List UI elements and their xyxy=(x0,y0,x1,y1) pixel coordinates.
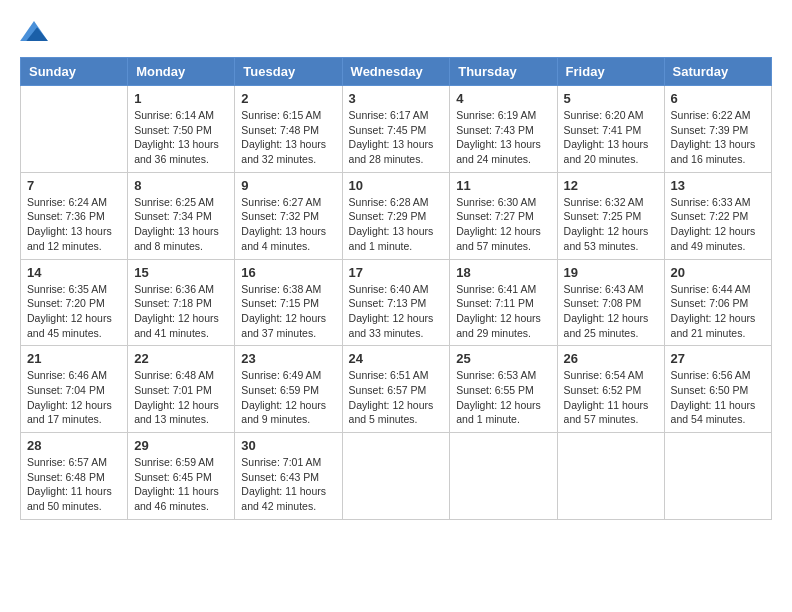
calendar-cell xyxy=(21,86,128,173)
logo-icon xyxy=(20,21,48,41)
calendar-cell: 12Sunrise: 6:32 AMSunset: 7:25 PMDayligh… xyxy=(557,172,664,259)
calendar-cell: 28Sunrise: 6:57 AMSunset: 6:48 PMDayligh… xyxy=(21,433,128,520)
day-info: Sunrise: 6:19 AMSunset: 7:43 PMDaylight:… xyxy=(456,108,550,167)
day-number: 3 xyxy=(349,91,444,106)
day-info: Sunrise: 6:22 AMSunset: 7:39 PMDaylight:… xyxy=(671,108,765,167)
calendar-cell: 10Sunrise: 6:28 AMSunset: 7:29 PMDayligh… xyxy=(342,172,450,259)
day-info: Sunrise: 6:32 AMSunset: 7:25 PMDaylight:… xyxy=(564,195,658,254)
day-info: Sunrise: 6:51 AMSunset: 6:57 PMDaylight:… xyxy=(349,368,444,427)
calendar-cell: 6Sunrise: 6:22 AMSunset: 7:39 PMDaylight… xyxy=(664,86,771,173)
day-info: Sunrise: 6:28 AMSunset: 7:29 PMDaylight:… xyxy=(349,195,444,254)
day-number: 16 xyxy=(241,265,335,280)
day-number: 13 xyxy=(671,178,765,193)
calendar-week-row: 1Sunrise: 6:14 AMSunset: 7:50 PMDaylight… xyxy=(21,86,772,173)
calendar-cell: 9Sunrise: 6:27 AMSunset: 7:32 PMDaylight… xyxy=(235,172,342,259)
calendar-cell: 19Sunrise: 6:43 AMSunset: 7:08 PMDayligh… xyxy=(557,259,664,346)
day-info: Sunrise: 6:30 AMSunset: 7:27 PMDaylight:… xyxy=(456,195,550,254)
day-number: 4 xyxy=(456,91,550,106)
weekday-header-row: SundayMondayTuesdayWednesdayThursdayFrid… xyxy=(21,58,772,86)
calendar-cell: 25Sunrise: 6:53 AMSunset: 6:55 PMDayligh… xyxy=(450,346,557,433)
calendar-cell xyxy=(342,433,450,520)
day-number: 8 xyxy=(134,178,228,193)
day-number: 14 xyxy=(27,265,121,280)
day-info: Sunrise: 6:48 AMSunset: 7:01 PMDaylight:… xyxy=(134,368,228,427)
day-info: Sunrise: 6:54 AMSunset: 6:52 PMDaylight:… xyxy=(564,368,658,427)
day-number: 5 xyxy=(564,91,658,106)
day-info: Sunrise: 6:33 AMSunset: 7:22 PMDaylight:… xyxy=(671,195,765,254)
calendar-cell: 27Sunrise: 6:56 AMSunset: 6:50 PMDayligh… xyxy=(664,346,771,433)
page-header xyxy=(20,20,772,41)
day-number: 19 xyxy=(564,265,658,280)
day-number: 29 xyxy=(134,438,228,453)
day-number: 21 xyxy=(27,351,121,366)
day-number: 27 xyxy=(671,351,765,366)
weekday-header-thursday: Thursday xyxy=(450,58,557,86)
day-info: Sunrise: 6:24 AMSunset: 7:36 PMDaylight:… xyxy=(27,195,121,254)
calendar-cell: 24Sunrise: 6:51 AMSunset: 6:57 PMDayligh… xyxy=(342,346,450,433)
day-info: Sunrise: 6:20 AMSunset: 7:41 PMDaylight:… xyxy=(564,108,658,167)
calendar-cell: 29Sunrise: 6:59 AMSunset: 6:45 PMDayligh… xyxy=(128,433,235,520)
calendar-cell: 5Sunrise: 6:20 AMSunset: 7:41 PMDaylight… xyxy=(557,86,664,173)
weekday-header-wednesday: Wednesday xyxy=(342,58,450,86)
day-info: Sunrise: 6:53 AMSunset: 6:55 PMDaylight:… xyxy=(456,368,550,427)
weekday-header-monday: Monday xyxy=(128,58,235,86)
day-number: 22 xyxy=(134,351,228,366)
day-info: Sunrise: 6:14 AMSunset: 7:50 PMDaylight:… xyxy=(134,108,228,167)
day-number: 11 xyxy=(456,178,550,193)
weekday-header-sunday: Sunday xyxy=(21,58,128,86)
calendar-cell: 14Sunrise: 6:35 AMSunset: 7:20 PMDayligh… xyxy=(21,259,128,346)
calendar-cell: 3Sunrise: 6:17 AMSunset: 7:45 PMDaylight… xyxy=(342,86,450,173)
day-number: 10 xyxy=(349,178,444,193)
day-info: Sunrise: 6:17 AMSunset: 7:45 PMDaylight:… xyxy=(349,108,444,167)
day-number: 28 xyxy=(27,438,121,453)
day-info: Sunrise: 6:49 AMSunset: 6:59 PMDaylight:… xyxy=(241,368,335,427)
calendar-cell: 11Sunrise: 6:30 AMSunset: 7:27 PMDayligh… xyxy=(450,172,557,259)
weekday-header-tuesday: Tuesday xyxy=(235,58,342,86)
calendar-cell: 17Sunrise: 6:40 AMSunset: 7:13 PMDayligh… xyxy=(342,259,450,346)
calendar-cell: 30Sunrise: 7:01 AMSunset: 6:43 PMDayligh… xyxy=(235,433,342,520)
day-info: Sunrise: 6:25 AMSunset: 7:34 PMDaylight:… xyxy=(134,195,228,254)
day-info: Sunrise: 6:15 AMSunset: 7:48 PMDaylight:… xyxy=(241,108,335,167)
day-number: 15 xyxy=(134,265,228,280)
day-info: Sunrise: 6:41 AMSunset: 7:11 PMDaylight:… xyxy=(456,282,550,341)
calendar-cell: 23Sunrise: 6:49 AMSunset: 6:59 PMDayligh… xyxy=(235,346,342,433)
calendar-week-row: 28Sunrise: 6:57 AMSunset: 6:48 PMDayligh… xyxy=(21,433,772,520)
day-info: Sunrise: 6:46 AMSunset: 7:04 PMDaylight:… xyxy=(27,368,121,427)
calendar-cell: 15Sunrise: 6:36 AMSunset: 7:18 PMDayligh… xyxy=(128,259,235,346)
weekday-header-saturday: Saturday xyxy=(664,58,771,86)
calendar-cell: 7Sunrise: 6:24 AMSunset: 7:36 PMDaylight… xyxy=(21,172,128,259)
day-number: 26 xyxy=(564,351,658,366)
day-info: Sunrise: 6:27 AMSunset: 7:32 PMDaylight:… xyxy=(241,195,335,254)
day-number: 24 xyxy=(349,351,444,366)
calendar-cell: 4Sunrise: 6:19 AMSunset: 7:43 PMDaylight… xyxy=(450,86,557,173)
day-info: Sunrise: 6:35 AMSunset: 7:20 PMDaylight:… xyxy=(27,282,121,341)
calendar-cell: 20Sunrise: 6:44 AMSunset: 7:06 PMDayligh… xyxy=(664,259,771,346)
day-info: Sunrise: 6:44 AMSunset: 7:06 PMDaylight:… xyxy=(671,282,765,341)
day-info: Sunrise: 6:36 AMSunset: 7:18 PMDaylight:… xyxy=(134,282,228,341)
weekday-header-friday: Friday xyxy=(557,58,664,86)
day-info: Sunrise: 6:38 AMSunset: 7:15 PMDaylight:… xyxy=(241,282,335,341)
calendar-cell xyxy=(557,433,664,520)
day-number: 2 xyxy=(241,91,335,106)
calendar-cell: 2Sunrise: 6:15 AMSunset: 7:48 PMDaylight… xyxy=(235,86,342,173)
day-number: 18 xyxy=(456,265,550,280)
day-info: Sunrise: 6:43 AMSunset: 7:08 PMDaylight:… xyxy=(564,282,658,341)
calendar-cell: 8Sunrise: 6:25 AMSunset: 7:34 PMDaylight… xyxy=(128,172,235,259)
day-info: Sunrise: 6:57 AMSunset: 6:48 PMDaylight:… xyxy=(27,455,121,514)
calendar-week-row: 14Sunrise: 6:35 AMSunset: 7:20 PMDayligh… xyxy=(21,259,772,346)
day-number: 7 xyxy=(27,178,121,193)
calendar-cell: 26Sunrise: 6:54 AMSunset: 6:52 PMDayligh… xyxy=(557,346,664,433)
calendar-week-row: 21Sunrise: 6:46 AMSunset: 7:04 PMDayligh… xyxy=(21,346,772,433)
day-info: Sunrise: 6:40 AMSunset: 7:13 PMDaylight:… xyxy=(349,282,444,341)
calendar-week-row: 7Sunrise: 6:24 AMSunset: 7:36 PMDaylight… xyxy=(21,172,772,259)
calendar-cell xyxy=(450,433,557,520)
day-number: 25 xyxy=(456,351,550,366)
day-number: 9 xyxy=(241,178,335,193)
calendar-cell: 16Sunrise: 6:38 AMSunset: 7:15 PMDayligh… xyxy=(235,259,342,346)
calendar-cell: 18Sunrise: 6:41 AMSunset: 7:11 PMDayligh… xyxy=(450,259,557,346)
day-number: 12 xyxy=(564,178,658,193)
calendar-table: SundayMondayTuesdayWednesdayThursdayFrid… xyxy=(20,57,772,520)
day-number: 1 xyxy=(134,91,228,106)
day-number: 20 xyxy=(671,265,765,280)
calendar-cell: 21Sunrise: 6:46 AMSunset: 7:04 PMDayligh… xyxy=(21,346,128,433)
